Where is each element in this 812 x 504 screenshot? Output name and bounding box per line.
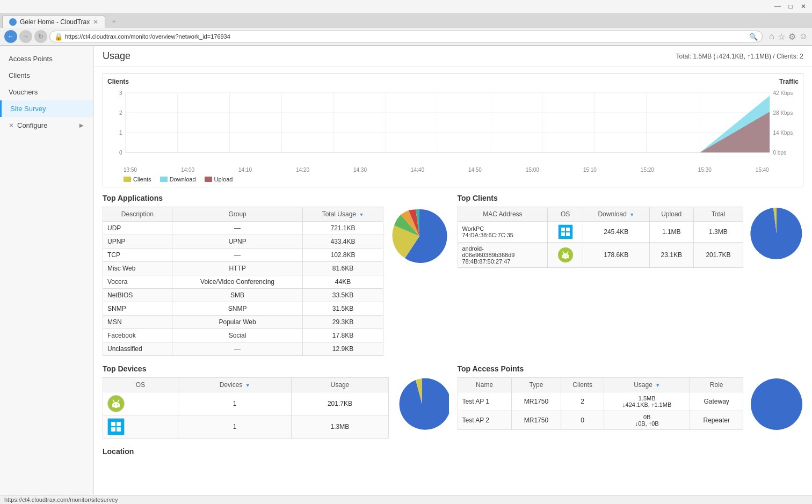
col-total: Total — [693, 207, 743, 222]
chart-header: Clients Traffic — [107, 78, 799, 85]
x-label-10: 15:30 — [698, 167, 712, 173]
svg-text:3: 3 — [119, 90, 122, 96]
svg-line-43 — [113, 400, 114, 401]
back-btn[interactable]: ← — [4, 30, 17, 43]
top-devices-content: OS Devices ▼ Usage — [103, 377, 449, 439]
top-ap-pie — [750, 377, 803, 433]
svg-rect-30 — [566, 228, 570, 231]
tab-bar: Geier Home - CloudTrax ✕ + — [0, 13, 812, 28]
table-row: UPNPUPNP433.4KB — [103, 235, 383, 249]
sidebar-label-access-points: Access Points — [9, 55, 53, 63]
x-label-11: 15:40 — [756, 167, 769, 173]
sort-icon-download[interactable]: ▼ — [629, 212, 634, 217]
x-label-3: 14:20 — [296, 167, 309, 173]
svg-text:0: 0 — [119, 150, 122, 156]
status-url: https://ct4.cloudtrax.com/monitor/sitesu… — [4, 496, 118, 503]
svg-rect-34 — [562, 255, 569, 258]
legend-download: Download — [160, 176, 196, 182]
close-btn[interactable]: ✕ — [799, 2, 808, 11]
minimize-btn[interactable]: — — [773, 2, 782, 11]
devices-pie-svg — [395, 377, 449, 431]
home-icon[interactable]: ⌂ — [769, 32, 774, 42]
svg-point-35 — [563, 255, 564, 257]
col-os: OS — [548, 207, 583, 222]
chart-legend: Clients Download Upload — [107, 176, 799, 182]
table-row: WorkPC74:DA:38:6C:7C:35 — [458, 222, 743, 243]
col-ap-clients: Clients — [561, 378, 604, 392]
legend-clients-label: Clients — [133, 176, 151, 182]
user-icon[interactable]: ☺ — [799, 32, 808, 42]
top-devices-table: OS Devices ▼ Usage — [103, 377, 389, 439]
legend-upload-label: Upload — [214, 176, 233, 182]
settings-icon[interactable]: ⚙ — [788, 32, 796, 42]
sidebar-item-access-points[interactable]: Access Points — [0, 50, 93, 67]
header-stats: Total: 1.5MB (↓424.1KB, ↑1.1MB) / Client… — [676, 53, 803, 60]
new-tab-btn[interactable]: + — [105, 15, 122, 28]
clients-pie-svg — [750, 207, 803, 260]
configure-arrow-icon: ► — [78, 121, 85, 129]
sidebar-item-site-survey[interactable]: Site Survey — [0, 100, 93, 117]
sort-icon-ap-usage[interactable]: ▼ — [655, 383, 660, 388]
svg-rect-31 — [561, 232, 565, 236]
app-layout: Access Points Clients Vouchers Site Surv… — [0, 46, 812, 495]
col-mac: MAC Address — [458, 207, 548, 222]
col-description: Description — [103, 207, 172, 222]
tab-close-btn[interactable]: ✕ — [93, 18, 98, 26]
col-download: Download ▼ — [583, 207, 649, 222]
mid-section: Top Applications Description Group Total… — [94, 194, 812, 364]
star-icon[interactable]: ☆ — [778, 32, 785, 42]
top-clients-title: Top Clients — [458, 194, 804, 202]
x-label-9: 15:20 — [641, 167, 654, 173]
url-bar[interactable]: 🔒 https://ct4.cloudtrax.com/monitor/over… — [49, 31, 763, 42]
table-row: SNMPSNMP31.5KB — [103, 302, 383, 316]
windows-logo — [561, 227, 570, 237]
maximize-btn[interactable]: □ — [786, 2, 795, 11]
browser-tab[interactable]: Geier Home - CloudTrax ✕ — [2, 16, 105, 28]
x-label-5: 14:40 — [411, 167, 424, 173]
legend-download-color — [160, 177, 168, 182]
top-access-points-section: Top Access Points Name Type Clients Usag… — [458, 364, 804, 439]
sidebar-label-configure: Configure — [17, 121, 47, 129]
title-bar: — □ ✕ — [0, 0, 812, 13]
nav-icons: ⌂ ☆ ⚙ ☺ — [769, 32, 808, 42]
svg-rect-40 — [112, 404, 120, 407]
table-row: Test AP 1 MR1750 2 1.5MB↓424.1KB, ↑1.1MB… — [458, 392, 743, 411]
forward-btn[interactable]: → — [19, 30, 32, 43]
nav-bar: ← → ↻ 🔒 https://ct4.cloudtrax.com/monito… — [0, 28, 812, 46]
url-search-icon[interactable]: 🔍 — [749, 33, 758, 41]
sidebar-item-configure[interactable]: ✕ Configure ► — [0, 117, 93, 134]
chart-clients-label: Clients — [107, 78, 129, 85]
windows-logo-small — [111, 421, 121, 432]
top-ap-title: Top Access Points — [458, 364, 804, 373]
table-row: 1 1.3MB — [103, 415, 389, 439]
x-label-4: 14:30 — [353, 167, 367, 173]
svg-text:1: 1 — [119, 130, 122, 136]
col-ap-role: Role — [690, 378, 743, 392]
os-icon-android-dev — [107, 395, 125, 412]
x-label-8: 15:10 — [583, 167, 597, 173]
legend-clients: Clients — [124, 176, 151, 182]
android-logo-small — [111, 399, 121, 408]
legend-download-label: Download — [170, 176, 196, 182]
top-clients-content: MAC Address OS Download ▼ Upload Total W… — [458, 207, 804, 268]
sort-icon-devices[interactable]: ▼ — [245, 383, 250, 388]
col-total-usage: Total Usage ▼ — [303, 207, 383, 222]
sort-icon[interactable]: ▼ — [359, 212, 364, 217]
col-devices: Devices ▼ — [178, 378, 292, 392]
page-title: Usage — [103, 50, 130, 62]
svg-text:28 Kbps: 28 Kbps — [773, 110, 793, 116]
location-section: Location — [94, 447, 812, 464]
col-ap-name: Name — [458, 378, 511, 392]
sidebar-item-clients[interactable]: Clients — [0, 67, 93, 84]
svg-text:0 bps: 0 bps — [773, 150, 786, 156]
x-label-6: 14:50 — [468, 167, 482, 173]
refresh-btn[interactable]: ↻ — [34, 30, 47, 43]
svg-point-49 — [751, 378, 802, 430]
sidebar-label-site-survey: Site Survey — [10, 105, 46, 113]
sidebar-item-vouchers[interactable]: Vouchers — [0, 84, 93, 100]
usage-chart-svg: 0 1 2 3 0 bps 14 Kbps 28 Kbps 42 Kbps — [107, 87, 799, 165]
top-devices-pie — [395, 377, 449, 433]
svg-rect-47 — [111, 427, 115, 432]
location-title: Location — [103, 447, 803, 456]
col-group: Group — [172, 207, 303, 222]
